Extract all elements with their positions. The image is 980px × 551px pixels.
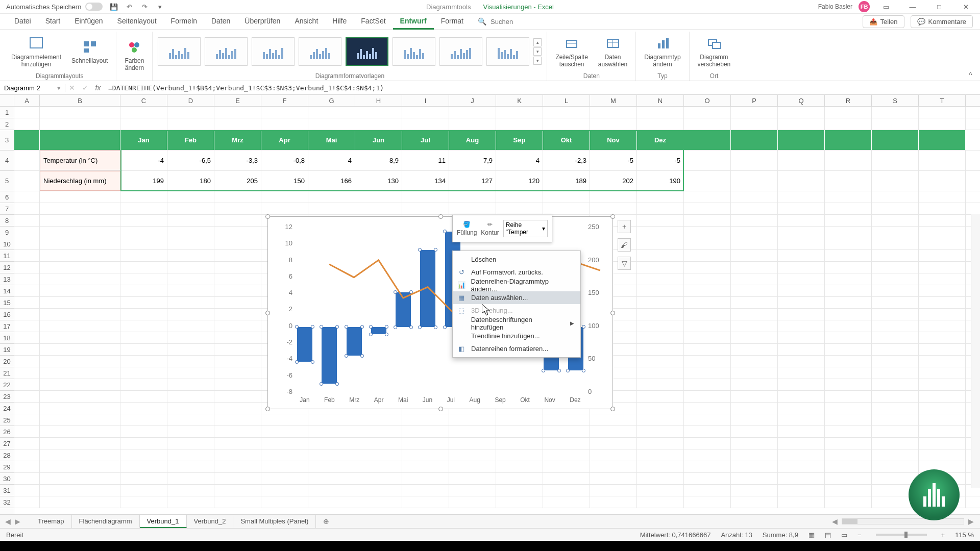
formula-bar[interactable]: =DATENREIHE(Verbund_1!$B$4;Verbund_1!$C$…	[104, 84, 980, 92]
cell-N1[interactable]	[637, 107, 684, 118]
cell-H31[interactable]	[355, 485, 402, 496]
cell-P28[interactable]	[731, 449, 778, 461]
cell-Q21[interactable]	[778, 367, 825, 379]
cell-C21[interactable]	[120, 367, 167, 379]
col-header-A[interactable]: A	[14, 95, 40, 106]
col-header-J[interactable]: J	[449, 95, 496, 106]
cell-K31[interactable]	[496, 485, 543, 496]
fx-icon[interactable]: fx	[92, 84, 104, 92]
cell-Q24[interactable]	[778, 403, 825, 414]
cell-R15[interactable]	[825, 297, 872, 308]
cell-N8[interactable]	[637, 215, 684, 226]
cell-E9[interactable]	[214, 227, 261, 238]
cell-E11[interactable]	[214, 250, 261, 261]
cell-T7[interactable]	[919, 203, 966, 214]
menu-tab-formeln[interactable]: Formeln	[164, 14, 204, 30]
cell-E2[interactable]	[214, 118, 261, 130]
cell-E4[interactable]: -3,3	[214, 151, 261, 170]
cell-N28[interactable]	[637, 449, 684, 461]
sheet-nav-prev[interactable]: ◀	[5, 517, 11, 525]
cell-Q6[interactable]	[778, 191, 825, 203]
cell-D30[interactable]	[167, 473, 214, 484]
cell-P9[interactable]	[731, 227, 778, 238]
cell-T12[interactable]	[919, 262, 966, 273]
cell-Q18[interactable]	[778, 332, 825, 343]
autosave-toggle[interactable]: Automatisches Speichern	[6, 3, 103, 11]
cell-B8[interactable]	[40, 215, 120, 226]
cell-O23[interactable]	[684, 391, 731, 402]
col-header-R[interactable]: R	[825, 95, 872, 106]
select-data-button[interactable]: Daten auswählen	[595, 33, 630, 70]
cell-T6[interactable]	[919, 191, 966, 203]
user-avatar[interactable]: FB	[859, 1, 870, 12]
cell-P20[interactable]	[731, 356, 778, 367]
cell-N27[interactable]	[637, 438, 684, 449]
cell-S6[interactable]	[872, 191, 919, 203]
cell-P31[interactable]	[731, 485, 778, 496]
cell-K7[interactable]	[496, 203, 543, 214]
cell-T26[interactable]	[919, 426, 966, 437]
cell-L2[interactable]	[543, 118, 590, 130]
cell-D32[interactable]	[167, 496, 214, 508]
cell-E19[interactable]	[214, 344, 261, 355]
cell-I6[interactable]	[402, 191, 449, 203]
cell-D7[interactable]	[167, 203, 214, 214]
ctx-daten-ausw-hlen-[interactable]: ▦Daten auswählen...	[453, 291, 580, 304]
cell-Q31[interactable]	[778, 485, 825, 496]
cell-I7[interactable]	[402, 203, 449, 214]
cell-Q19[interactable]	[778, 344, 825, 355]
cell-S13[interactable]	[872, 273, 919, 285]
cell-N23[interactable]	[637, 391, 684, 402]
cell-C22[interactable]	[120, 379, 167, 390]
cell-D23[interactable]	[167, 391, 214, 402]
cell-S23[interactable]	[872, 391, 919, 402]
cell-D15[interactable]	[167, 297, 214, 308]
cell-D3[interactable]: Feb	[167, 130, 214, 150]
row-header-4[interactable]: 4	[0, 151, 14, 171]
cell-O8[interactable]	[684, 215, 731, 226]
chart-styles-button[interactable]: 🖌	[618, 238, 631, 252]
col-header-F[interactable]: F	[261, 95, 308, 106]
cell-T8[interactable]	[919, 215, 966, 226]
cell-P29[interactable]	[731, 461, 778, 472]
cell-N2[interactable]	[637, 118, 684, 130]
cell-I2[interactable]	[402, 118, 449, 130]
cell-T4[interactable]	[919, 151, 966, 170]
cell-Q30[interactable]	[778, 473, 825, 484]
cell-P27[interactable]	[731, 438, 778, 449]
row-header-9[interactable]: 9	[0, 227, 14, 238]
ctx-datenreihen-diagrammtyp-ndern-[interactable]: 📊Datenreihen-Diagrammtyp ändern...	[453, 279, 580, 291]
menu-tab-daten[interactable]: Daten	[204, 14, 237, 30]
cell-N14[interactable]	[637, 285, 684, 296]
cell-F29[interactable]	[261, 461, 308, 472]
cell-E6[interactable]	[214, 191, 261, 203]
cell-N25[interactable]	[637, 414, 684, 425]
cell-S2[interactable]	[872, 118, 919, 130]
cell-B29[interactable]	[40, 461, 120, 472]
close-icon[interactable]: ✕	[955, 0, 976, 14]
move-chart-button[interactable]: Diagramm verschieben	[695, 33, 734, 70]
menu-tab-start[interactable]: Start	[38, 14, 68, 30]
fill-dropdown[interactable]: 🪣Füllung	[457, 221, 477, 236]
ctx-l-schen[interactable]: Löschen	[453, 253, 580, 266]
cell-R18[interactable]	[825, 332, 872, 343]
cell-D18[interactable]	[167, 332, 214, 343]
cell-F28[interactable]	[261, 449, 308, 461]
cell-J2[interactable]	[449, 118, 496, 130]
cell-E23[interactable]	[214, 391, 261, 402]
cell-R23[interactable]	[825, 391, 872, 402]
cell-T14[interactable]	[919, 285, 966, 296]
cell-H3[interactable]: Jun	[355, 130, 402, 150]
col-header-D[interactable]: D	[167, 95, 214, 106]
style-nav-1[interactable]: ▾	[533, 47, 542, 56]
cell-Q12[interactable]	[778, 262, 825, 273]
cell-R7[interactable]	[825, 203, 872, 214]
cell-C9[interactable]	[120, 227, 167, 238]
cell-Q13[interactable]	[778, 273, 825, 285]
cell-C5[interactable]: 199	[120, 171, 167, 191]
cell-A9[interactable]	[14, 227, 40, 238]
cell-N4[interactable]: -5	[637, 151, 684, 170]
cell-R1[interactable]	[825, 107, 872, 118]
cell-D13[interactable]	[167, 273, 214, 285]
cell-Q7[interactable]	[778, 203, 825, 214]
